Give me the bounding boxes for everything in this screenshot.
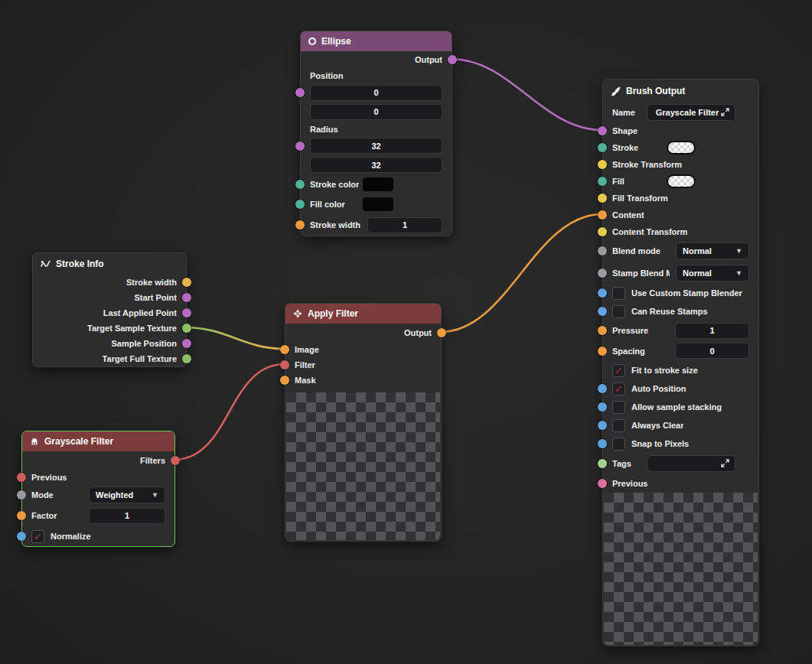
pressure-port[interactable] (598, 326, 607, 335)
allow-sample-stacking-port[interactable] (598, 402, 607, 412)
radius-y-input[interactable]: 32 (310, 157, 442, 173)
stamp-blend-mode-port[interactable] (598, 269, 607, 278)
always-clear-label: Always Clear (631, 421, 683, 430)
tags-label: Tags (612, 459, 631, 468)
pressure-input[interactable]: 1 (675, 323, 749, 339)
use-custom-stamp-blender-checkbox[interactable]: ✓ (612, 287, 625, 300)
previous-input-port[interactable] (598, 479, 607, 488)
name-input[interactable]: Grayscale Filter (647, 104, 735, 121)
apply-filter-output-port[interactable] (437, 328, 446, 337)
blend-mode-dropdown[interactable]: Normal ▼ (676, 242, 749, 259)
fill-color-swatch[interactable] (362, 197, 394, 212)
normalize-port[interactable] (17, 532, 26, 541)
spacing-label: Spacing (612, 347, 645, 356)
chevron-down-icon: ▼ (152, 491, 158, 499)
stroke-info-node-header[interactable]: Stroke Info (33, 253, 186, 275)
tags-input[interactable] (647, 455, 735, 472)
tags-port[interactable] (598, 459, 607, 468)
allow-sample-stacking-label: Allow sample stacking (631, 402, 722, 412)
last-applied-point-output-port[interactable] (182, 308, 191, 317)
wire-filters-to-filter (174, 364, 285, 460)
fit-to-stroke-size-label: Fit to stroke size (631, 366, 698, 375)
ellipse-output-port[interactable] (448, 55, 457, 64)
factor-port[interactable] (17, 511, 26, 520)
content-transform-label: Content Transform (612, 227, 687, 236)
ellipse-node-header[interactable]: Ellipse (301, 31, 452, 51)
fill-transform-port[interactable] (598, 194, 607, 203)
always-clear-port[interactable] (598, 421, 607, 430)
stamp-blend-mode-value: Normal (683, 269, 712, 278)
apply-filter-node-header[interactable]: Apply Filter (285, 304, 441, 324)
expand-icon[interactable] (721, 108, 729, 118)
start-point-output-port[interactable] (182, 293, 191, 302)
position-y-input[interactable]: 0 (310, 104, 442, 120)
previous-input-port[interactable] (17, 473, 26, 482)
filters-output-port[interactable] (171, 456, 180, 465)
stroke-color-port[interactable] (295, 180, 305, 189)
snap-to-pixels-checkbox[interactable]: ✓ (612, 438, 625, 451)
target-sample-texture-output-port[interactable] (182, 324, 191, 333)
stamp-blend-mode-label: Stamp Blend M (612, 269, 670, 278)
position-x-input[interactable]: 0 (310, 85, 442, 101)
blend-mode-port[interactable] (598, 246, 607, 256)
name-label: Name (612, 108, 635, 117)
grayscale-filter-node-header[interactable]: Grayscale Filter (22, 431, 174, 451)
fill-transform-label: Fill Transform (612, 194, 668, 203)
brush-preview-checkerboard (604, 493, 758, 645)
stroke-input-port[interactable] (598, 143, 607, 152)
auto-position-checkbox[interactable]: ✓ (612, 382, 625, 395)
stroke-width-output-port[interactable] (182, 278, 191, 287)
always-clear-checkbox[interactable]: ✓ (612, 419, 625, 432)
grayscale-filter-node: Grayscale Filter Filters Previous Mode W… (21, 431, 175, 547)
snap-to-pixels-port[interactable] (598, 439, 607, 448)
fill-input-port[interactable] (598, 177, 607, 186)
fill-swatch[interactable] (667, 174, 696, 188)
expand-icon[interactable] (721, 459, 729, 469)
stroke-transform-port[interactable] (598, 160, 607, 169)
position-port[interactable] (295, 88, 305, 97)
node-graph-canvas[interactable]: Ellipse Output Position 0 0 Radius 32 32… (0, 0, 812, 664)
use-custom-stamp-blender-port[interactable] (598, 288, 607, 298)
allow-sample-stacking-checkbox[interactable]: ✓ (612, 401, 625, 414)
stroke-swatch[interactable] (667, 141, 696, 155)
stroke-width-input[interactable]: 1 (367, 217, 442, 233)
fill-label: Fill (612, 177, 624, 186)
shape-input-port[interactable] (598, 126, 607, 135)
radius-x-input[interactable]: 32 (310, 138, 442, 154)
factor-input[interactable]: 1 (89, 508, 165, 524)
filter-input-port[interactable] (280, 360, 289, 369)
shape-label: Shape (612, 126, 638, 135)
stamp-blend-mode-dropdown[interactable]: Normal ▼ (676, 265, 749, 282)
target-full-texture-output-label: Target Full Texture (103, 354, 177, 363)
sample-position-output-port[interactable] (182, 339, 191, 348)
brush-output-node-header[interactable]: Brush Output (603, 80, 758, 103)
stroke-color-swatch[interactable] (362, 177, 394, 192)
grayscale-arch-icon (30, 437, 39, 446)
can-reuse-stamps-checkbox[interactable]: ✓ (612, 305, 625, 318)
content-input-port[interactable] (598, 210, 607, 220)
radius-port[interactable] (295, 142, 305, 151)
chevron-down-icon: ▼ (735, 247, 742, 255)
filter-label: Filter (295, 360, 315, 369)
auto-position-port[interactable] (598, 384, 607, 393)
normalize-checkbox[interactable]: ✓ (31, 530, 44, 543)
wire-ellipse-to-shape (451, 59, 602, 130)
mode-port[interactable] (17, 490, 26, 500)
can-reuse-stamps-port[interactable] (598, 307, 607, 316)
name-value: Grayscale Filter (654, 108, 721, 117)
fill-color-port[interactable] (295, 200, 305, 209)
target-sample-texture-output-label: Target Sample Texture (87, 324, 177, 333)
stroke-width-port[interactable] (295, 220, 305, 229)
target-full-texture-output-port[interactable] (182, 354, 191, 363)
fit-to-stroke-size-checkbox[interactable]: ✓ (612, 364, 625, 377)
image-input-port[interactable] (280, 345, 289, 354)
content-transform-port[interactable] (598, 227, 607, 236)
stroke-width-output-label: Stroke width (126, 278, 177, 287)
wire-filteroutput-to-content (440, 214, 602, 332)
spacing-input[interactable]: 0 (675, 343, 749, 359)
mask-input-port[interactable] (280, 376, 289, 385)
ellipse-icon (308, 37, 316, 45)
ellipse-node: Ellipse Output Position 0 0 Radius 32 32… (300, 31, 452, 236)
spacing-port[interactable] (598, 347, 607, 356)
mode-dropdown[interactable]: Weighted ▼ (89, 487, 165, 503)
